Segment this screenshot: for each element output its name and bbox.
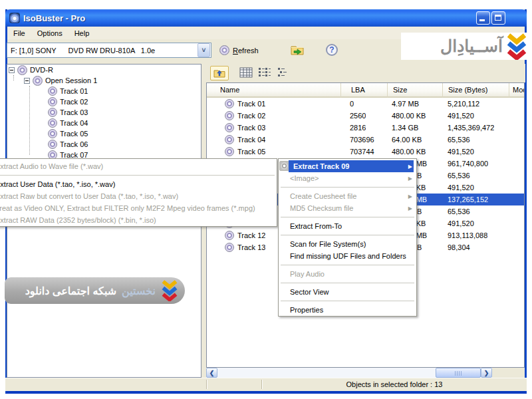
list-row[interactable]: Track 02	[225, 110, 265, 122]
menuitem-scan-filesystems[interactable]: Scan for File System(s)	[279, 238, 416, 250]
scrollbar-grip	[455, 371, 462, 376]
menuitem-find-missing-udf[interactable]: Find missing UDF Files and Folders	[279, 250, 416, 262]
tree-item-track03[interactable]: Track 03	[48, 107, 88, 118]
help-button[interactable]: ?	[326, 44, 338, 56]
cell-name: Track 02	[237, 112, 265, 120]
list-row[interactable]: Track 01	[225, 98, 265, 110]
cell-size: 480.00 KB	[392, 110, 426, 122]
menuitem-play-audio[interactable]: Play Audio	[279, 268, 416, 280]
menuitem-treat-as-video[interactable]: Treat as Video ONLY, Extract but FILTER …	[0, 202, 277, 214]
chevron-logo-icon	[161, 280, 178, 301]
menu-separator	[279, 262, 416, 268]
cell-bytes: 65,536	[448, 205, 470, 217]
tree-item-label: Track 05	[60, 130, 88, 138]
list-row[interactable]: Track 03	[225, 122, 265, 134]
column-header-size[interactable]: Size	[388, 83, 443, 98]
disc-icon	[219, 45, 229, 55]
tree-connector	[29, 86, 30, 155]
track-icon	[48, 97, 57, 106]
submenu-arrow-icon: ▶	[408, 194, 412, 200]
menu-separator	[279, 214, 416, 220]
scroll-right-button[interactable]: ❯	[481, 368, 492, 378]
cell-name: Track 04	[237, 136, 265, 144]
screenshot-root: IsoBuster - Pro File Options Help F: [1,…	[0, 0, 532, 399]
list-view-icon[interactable]	[258, 67, 271, 78]
menuitem-extract-from-to[interactable]: Extract From-To	[279, 220, 416, 232]
tree-item-track06[interactable]: Track 06	[48, 139, 88, 150]
tree-item-session[interactable]: Open Session 1	[24, 75, 97, 86]
menu-options[interactable]: Options	[31, 28, 68, 39]
cell-bytes: 137,265,152	[448, 194, 488, 205]
maximize-icon	[495, 15, 501, 21]
status-divider	[206, 380, 207, 389]
cell-bytes: 5,210,112	[448, 98, 479, 110]
folder-up-button[interactable]	[210, 66, 229, 80]
maximize-button[interactable]	[491, 11, 505, 25]
cell-bytes: 913,113,088	[448, 229, 487, 241]
watermark-brand-text: آســیادِال	[440, 37, 503, 56]
watermark-slogan-first: نخستین	[122, 285, 156, 297]
minimize-button[interactable]	[476, 11, 490, 25]
track-icon	[225, 111, 234, 120]
cell-lba: 0	[350, 98, 354, 110]
drive-combo[interactable]: F: [1,0] SONY DVD RW DRU-810A 1.0e ˅	[7, 43, 211, 58]
menu-help[interactable]: Help	[68, 28, 96, 39]
track-icon	[225, 99, 234, 108]
list-row[interactable]: Track 13	[225, 241, 265, 253]
extract-folder-button[interactable]	[291, 43, 305, 58]
cell-lba: 703744	[350, 146, 374, 158]
collapse-icon[interactable]	[24, 78, 30, 84]
list-toolbar	[205, 64, 525, 82]
chevron-logo-icon	[507, 33, 527, 60]
refresh-label: Refresh	[233, 47, 259, 55]
list-row[interactable]: Track 04	[225, 134, 265, 146]
track-icon	[48, 108, 57, 117]
menuitem-properties[interactable]: Properties	[279, 304, 416, 316]
menuitem-extract-raw-convert[interactable]: Extract Raw but convert to User Data (*.…	[0, 190, 277, 202]
title-bar[interactable]: IsoBuster - Pro	[5, 9, 527, 27]
tree-item-label: Open Session 1	[45, 76, 97, 84]
column-header-modified[interactable]: Modi	[509, 83, 525, 98]
menuitem-extract-track[interactable]: Extract Track 09 ▶	[279, 160, 416, 172]
watermark-top-right: آســیادِال	[401, 33, 527, 60]
window-title: IsoBuster - Pro	[23, 13, 85, 23]
cell-bytes: 491,520	[448, 217, 474, 229]
scrollbar-thumb[interactable]	[436, 368, 481, 378]
list-row[interactable]: Track 12	[225, 229, 265, 241]
small-icons-view-icon[interactable]	[277, 67, 289, 78]
tree-item-label: Track 02	[60, 98, 88, 106]
menuitem-extract-user-data[interactable]: Extract User Data (*.tao, *.iso, *.wav)	[0, 178, 277, 190]
column-header-lba[interactable]: LBA	[341, 83, 388, 98]
tree-item-dvdr[interactable]: DVD-R	[9, 65, 53, 75]
menuitem-extract-raw-data[interactable]: Extract RAW Data (2352 bytes/block) (*.b…	[0, 214, 277, 226]
refresh-button[interactable]: Refresh	[219, 43, 259, 58]
menuitem-extract-audio-wave[interactable]: Extract Audio to Wave file (*.wav)	[0, 160, 277, 172]
column-header-name[interactable]: Name	[207, 83, 341, 98]
details-view-icon[interactable]	[239, 67, 253, 78]
tree-item-track02[interactable]: Track 02	[48, 96, 88, 107]
list-row[interactable]: Track 05	[225, 146, 265, 158]
tree-item-label: DVD-R	[30, 66, 53, 74]
submenu-arrow-icon: ▶	[408, 176, 412, 182]
cell-name: Track 01	[237, 100, 265, 108]
cell-size: 480.00 KB	[392, 146, 426, 158]
tree-item-track04[interactable]: Track 04	[48, 118, 88, 128]
tree-connector	[13, 75, 14, 80]
menuitem-md5-checksum[interactable]: MD5 Checksum file ▶	[279, 202, 416, 214]
menuitem-image[interactable]: <Image> ▶	[279, 172, 416, 184]
tree-item-track01[interactable]: Track 01	[48, 86, 88, 96]
extract-submenu: Extract Audio to Wave file (*.wav) Extra…	[0, 158, 277, 227]
menuitem-create-cuesheet[interactable]: Create Cuesheet file ▶	[279, 190, 416, 202]
horizontal-scrollbar[interactable]: ❮ ❯	[206, 368, 492, 378]
menuitem-sector-view[interactable]: Sector View	[279, 286, 416, 298]
chevron-down-icon[interactable]: ˅	[198, 43, 210, 57]
column-header-bytes[interactable]: Size (Bytes)	[443, 83, 509, 98]
scroll-left-button[interactable]: ❮	[206, 368, 217, 378]
extract-folder-icon	[291, 43, 305, 57]
tree-item-track05[interactable]: Track 05	[48, 128, 88, 139]
cell-bytes: 65,536	[448, 170, 470, 182]
menu-separator	[279, 280, 416, 286]
cell-lba: 2560	[350, 110, 366, 122]
menu-file[interactable]: File	[7, 28, 31, 39]
collapse-icon[interactable]	[9, 67, 15, 73]
